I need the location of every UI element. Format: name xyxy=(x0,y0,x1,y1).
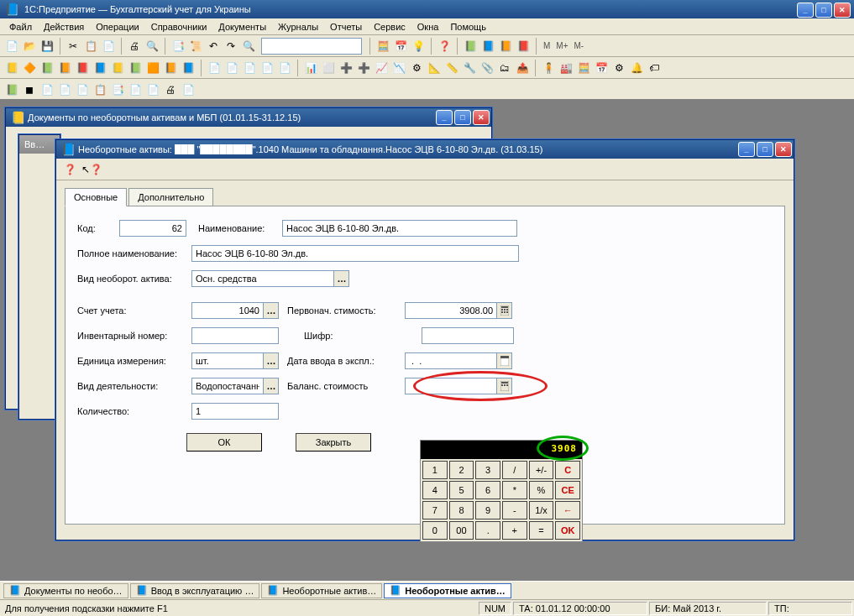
ok-button[interactable]: ОК xyxy=(186,433,262,452)
tb2-report-icon[interactable]: 📄 xyxy=(259,60,275,76)
input-code[interactable] xyxy=(119,220,186,237)
input-account[interactable] xyxy=(191,302,264,319)
calc-key-[interactable]: - xyxy=(502,501,527,519)
mplus-label[interactable]: M+ xyxy=(553,41,570,50)
tb3-icon[interactable]: 📄 xyxy=(56,81,73,98)
tb2-tool-icon[interactable]: ⚙ xyxy=(408,60,425,76)
dlg-toolbar-help-icon[interactable]: ❓ xyxy=(61,161,78,178)
tb2-icon[interactable]: 📗 xyxy=(39,60,55,76)
lookup-unit-button[interactable]: … xyxy=(264,352,279,369)
menu-service[interactable]: Сервис xyxy=(368,20,411,34)
input-assettype[interactable] xyxy=(191,270,334,287)
tb2-misc-icon[interactable]: 🧍 xyxy=(540,60,557,76)
print-icon[interactable]: 🖨 xyxy=(126,38,143,55)
tb3-icon[interactable]: 📄 xyxy=(127,81,144,98)
tb3-icon[interactable]: 📑 xyxy=(109,81,126,98)
calc-key-8[interactable]: 8 xyxy=(449,501,474,519)
tb3-icon[interactable]: 📄 xyxy=(74,81,91,98)
calc-key-[interactable]: . xyxy=(475,521,500,540)
tb2-tool-icon[interactable]: ➕ xyxy=(355,60,372,76)
calc-key-1[interactable]: 1 xyxy=(422,461,448,479)
input-fullname[interactable] xyxy=(191,245,519,262)
calc-key-5[interactable]: 5 xyxy=(449,481,474,499)
taskbar-item[interactable]: 📘Необоротные актив… xyxy=(261,583,382,598)
calc-balance-button[interactable] xyxy=(497,378,512,394)
close-button[interactable]: Закрыть xyxy=(296,433,371,452)
redo-icon[interactable]: ↷ xyxy=(223,38,239,55)
tb2-tool-icon[interactable]: 📐 xyxy=(426,60,443,76)
lookup-activity-button[interactable]: … xyxy=(264,378,279,394)
input-unit[interactable] xyxy=(191,352,264,369)
tb2-report-icon[interactable]: 📄 xyxy=(206,60,223,76)
tb2-tool-icon[interactable]: 🗂 xyxy=(496,60,513,76)
app-close-button[interactable]: ✕ xyxy=(834,3,851,18)
tb2-tool-icon[interactable]: 📏 xyxy=(443,60,460,76)
taskbar-item[interactable]: 📘Необоротные актив… xyxy=(384,583,511,598)
help-toolbar-icon[interactable]: ❓ xyxy=(436,38,453,55)
menu-documents[interactable]: Документы xyxy=(212,20,272,34)
input-balance[interactable] xyxy=(405,378,497,394)
calc-key-c[interactable]: C xyxy=(555,461,580,479)
menu-reports[interactable]: Отчеты xyxy=(324,20,368,34)
props-icon[interactable]: 📑 xyxy=(170,38,186,55)
journal-c-icon[interactable]: 📙 xyxy=(497,38,514,55)
app-minimize-button[interactable]: _ xyxy=(797,3,814,18)
menu-actions[interactable]: Действия xyxy=(38,20,90,34)
calc-key-[interactable]: + xyxy=(502,521,527,540)
input-name[interactable] xyxy=(282,220,517,237)
new-icon[interactable]: 📄 xyxy=(3,38,20,55)
tb2-icon[interactable]: 📕 xyxy=(74,60,91,76)
paste-icon[interactable]: 📄 xyxy=(100,38,117,55)
calc-key-ok[interactable]: OK xyxy=(555,521,580,540)
lookup-account-button[interactable]: … xyxy=(264,302,279,319)
menu-help[interactable]: Помощь xyxy=(444,20,492,34)
tb2-icon[interactable]: 📘 xyxy=(92,60,108,76)
calc-key-[interactable]: / xyxy=(502,461,527,479)
find-icon[interactable]: 🔍 xyxy=(240,38,257,55)
tb2-misc-icon[interactable]: 🏷 xyxy=(646,60,663,76)
tb2-misc-icon[interactable]: 🧮 xyxy=(575,60,592,76)
tb2-icon[interactable]: 📒 xyxy=(3,60,20,76)
calc-key-7[interactable]: 7 xyxy=(422,501,448,519)
menu-operations[interactable]: Операции xyxy=(90,20,144,34)
tips-icon[interactable]: 💡 xyxy=(410,38,427,55)
lookup-assettype-button[interactable]: … xyxy=(334,270,349,287)
tb3-icon[interactable]: 🖨 xyxy=(162,81,179,98)
calc-key-00[interactable]: 00 xyxy=(449,521,474,540)
bgwin-minimize-button[interactable]: _ xyxy=(436,110,453,125)
tb2-tool-icon[interactable]: ⬜ xyxy=(320,60,337,76)
journal-d-icon[interactable]: 📕 xyxy=(515,38,532,55)
tb3-icon[interactable]: 📋 xyxy=(92,81,108,98)
input-startdate[interactable] xyxy=(405,352,497,369)
calc-key-0[interactable]: 0 xyxy=(422,521,448,540)
input-qty[interactable] xyxy=(191,403,279,420)
tab-main[interactable]: Основные xyxy=(65,188,127,206)
journal-b-icon[interactable]: 📘 xyxy=(479,38,496,55)
input-activity[interactable] xyxy=(191,378,264,394)
bg-window2-titlebar[interactable]: Вв… xyxy=(19,135,60,154)
calc-initcost-button[interactable] xyxy=(497,302,512,319)
calc-key-3[interactable]: 3 xyxy=(475,461,500,479)
input-cipher[interactable] xyxy=(422,327,514,344)
calc-key-[interactable]: * xyxy=(502,481,527,499)
calc-key-ce[interactable]: CE xyxy=(555,481,580,499)
menu-journals[interactable]: Журналы xyxy=(272,20,324,34)
mminus-label[interactable]: M- xyxy=(572,41,587,50)
dlg-close-button[interactable]: ✕ xyxy=(775,142,792,157)
tb2-misc-icon[interactable]: 🔔 xyxy=(628,60,645,76)
tb2-icon[interactable]: 📙 xyxy=(162,60,179,76)
taskbar-item[interactable]: 📘Ввод в эксплуатацию … xyxy=(130,583,260,598)
taskbar-item[interactable]: 📘Документы по необо… xyxy=(3,583,128,598)
dlg-toolbar-pointer-icon[interactable]: ↖❓ xyxy=(83,161,100,178)
tb3-icon[interactable]: 📄 xyxy=(39,81,55,98)
tb2-misc-icon[interactable]: ⚙ xyxy=(610,60,627,76)
menu-file[interactable]: Файл xyxy=(3,20,38,34)
history-icon[interactable]: 📜 xyxy=(187,38,204,55)
tb2-icon[interactable]: 📙 xyxy=(56,60,73,76)
calc-key-1x[interactable]: 1/x xyxy=(529,501,554,519)
cut-icon[interactable]: ✂ xyxy=(65,38,81,55)
tb2-tool-icon[interactable]: 📉 xyxy=(390,60,407,76)
undo-icon[interactable]: ↶ xyxy=(205,38,222,55)
calc-key-[interactable]: = xyxy=(529,521,554,540)
tb3-icon[interactable]: 📄 xyxy=(180,81,196,98)
